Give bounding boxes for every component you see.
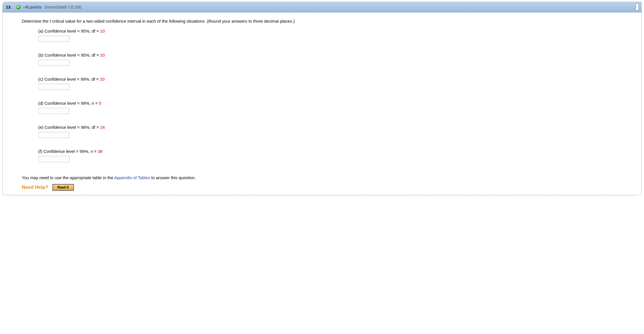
part-d-text-post: =	[95, 101, 99, 106]
t-variable: t	[50, 19, 51, 23]
part-d-nvar: n	[92, 101, 94, 106]
part-c-label: (c) Confidence level = 99%, df = 20	[38, 77, 634, 82]
source-label: DevoreStat8 7.E.030.	[44, 5, 82, 9]
part-c: (c) Confidence level = 99%, df = 20	[38, 77, 634, 90]
points-label: –/6 points	[23, 5, 42, 9]
part-b: (b) Confidence level = 95%, df = 20	[38, 53, 634, 66]
part-a-input[interactable]	[38, 36, 69, 42]
question-header: 13. + –/6 points DevoreStat8 7.E.030.	[3, 2, 641, 12]
part-f-nvar: n	[91, 149, 93, 154]
part-b-value: 20	[100, 53, 105, 57]
part-b-text: (b) Confidence level = 95%, df =	[38, 53, 100, 57]
prompt-post: critical value for a two-sided confidenc…	[52, 19, 295, 23]
part-f-value: 38	[98, 149, 103, 154]
prompt-pre: Determine the	[22, 19, 50, 23]
appendix-note: You may need to use the appropriate tabl…	[22, 175, 634, 180]
part-d-label: (d) Confidence level = 99%, n = 5	[38, 101, 634, 106]
part-b-input[interactable]	[38, 60, 69, 66]
plus-icon[interactable]: +	[16, 5, 20, 9]
part-f-input[interactable]	[38, 156, 69, 162]
part-d-value: 5	[99, 101, 101, 106]
question-prompt: Determine the t critical value for a two…	[22, 19, 634, 23]
part-c-input[interactable]	[38, 84, 69, 90]
question-body: Determine the t critical value for a two…	[3, 12, 641, 195]
part-d: (d) Confidence level = 99%, n = 5	[38, 101, 634, 114]
part-f-label: (f) Confidence level = 99%, n = 38	[38, 149, 634, 154]
part-e-input[interactable]	[38, 132, 69, 138]
need-help-label: Need Help?	[22, 185, 48, 190]
header-right-box[interactable]	[636, 4, 639, 10]
bottom-shadow	[7, 195, 634, 198]
part-f-text-pre: (f) Confidence level = 99%,	[38, 149, 91, 154]
part-d-input[interactable]	[38, 108, 69, 114]
appendix-link[interactable]: Appendix of Tables	[114, 175, 150, 180]
part-d-text-pre: (d) Confidence level = 99%,	[38, 101, 92, 106]
read-it-button[interactable]: Read It	[52, 184, 74, 191]
part-a-value: 10	[100, 29, 105, 33]
part-c-value: 20	[100, 77, 105, 82]
part-e-text: (e) Confidence level = 98%, df =	[38, 125, 100, 130]
part-e-value: 24	[100, 125, 105, 130]
parts-list: (a) Confidence level = 95%, df = 10 (b) …	[22, 29, 634, 162]
part-f-text-post: =	[94, 149, 98, 154]
part-a-label: (a) Confidence level = 95%, df = 10	[38, 29, 634, 33]
appendix-pre: You may need to use the appropriate tabl…	[22, 175, 114, 180]
part-c-text: (c) Confidence level = 99%, df =	[38, 77, 100, 82]
question-number: 13.	[6, 5, 13, 9]
part-f: (f) Confidence level = 99%, n = 38	[38, 149, 634, 162]
appendix-post: to answer this question.	[151, 175, 196, 180]
part-a: (a) Confidence level = 95%, df = 10	[38, 29, 634, 42]
help-row: Need Help? Read It	[22, 184, 634, 191]
part-e-label: (e) Confidence level = 98%, df = 24	[38, 125, 634, 130]
part-b-label: (b) Confidence level = 95%, df = 20	[38, 53, 634, 57]
question-box: 13. + –/6 points DevoreStat8 7.E.030. De…	[2, 2, 642, 195]
part-a-text: (a) Confidence level = 95%, df =	[38, 29, 100, 33]
part-e: (e) Confidence level = 98%, df = 24	[38, 125, 634, 138]
